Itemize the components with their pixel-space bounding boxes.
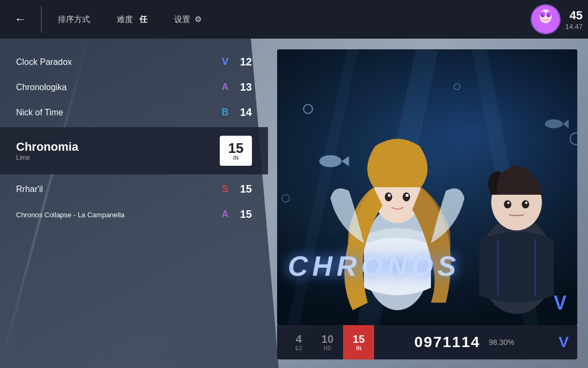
artwork-grade-badge: V [554,292,567,314]
diff-badge: V [219,56,232,68]
svg-point-14 [388,194,391,197]
song-item-chronos-collapse[interactable]: Chronos Collapse - La Campanella A 15 [0,202,268,227]
svg-point-12 [385,193,392,202]
diff-num: 15 [236,183,252,195]
song-title: Chronomia [16,140,78,153]
score-area: 0971114 98.30% [374,334,554,351]
score-percent: 98.30% [489,338,514,347]
avatar-image [532,5,560,33]
diff-tab-in-num: 15 [353,333,364,345]
diff-tab-hd-num: 10 [322,333,333,345]
song-subtitle: Lime [16,154,220,161]
diff-badge: A [219,209,232,220]
diff-num: 12 [236,56,252,68]
svg-point-5 [547,14,550,17]
diff-tab-in-label: IN [356,345,361,351]
svg-point-23 [545,120,562,129]
diff-num: 13 [236,81,252,93]
svg-point-22 [319,155,342,167]
song-title: Nick of Time [16,108,63,117]
svg-point-13 [403,193,410,202]
back-button[interactable]: ← [11,10,30,29]
song-item-nick-of-time[interactable]: Nick of Time B 14 [0,100,268,125]
diff-tab-ez-num: 4 [296,333,302,345]
right-panel: CHRONOS V 4 EZ 10 HD 15 IN 0971114 98.30… [256,39,588,368]
diff-tab-in[interactable]: 15 IN [343,325,374,359]
song-item-chronologika[interactable]: Chronologika A 13 [0,75,268,100]
diff-num: 15 [236,208,252,220]
active-diff-num: 15 [228,141,244,155]
bottom-score-bar: 4 EZ 10 HD 15 IN 0971114 98.30% V [277,325,577,359]
grade-badge: V [559,334,569,351]
diff-badge: B [219,107,232,118]
svg-point-7 [549,14,550,16]
top-nav: 排序方式 难度 任 设置 ⚙ [58,14,202,25]
active-diff-box: 15 IN [220,136,252,166]
user-area: 45 14.47 [525,0,588,39]
difficulty-nav-item[interactable]: 难度 任 [117,14,147,25]
settings-label: 设置 [174,14,190,25]
song-item-clock-paradox[interactable]: Clock Paradox V 12 [0,49,268,75]
svg-point-20 [507,202,509,204]
svg-point-6 [543,14,544,16]
diff-tab-hd[interactable]: 10 HD [312,325,343,359]
settings-icon: ⚙ [195,14,202,24]
difficulty-label: 难度 [117,14,133,25]
diff-badge: A [219,82,232,93]
diff-tab-ez-label: EZ [295,345,302,351]
song-item-chronomia[interactable]: Chronomia Lime 15 IN [0,127,268,174]
song-title: Chronologika [16,83,66,92]
score-number: 0971114 [414,334,480,351]
artwork-title: CHRONOS [288,250,567,282]
avatar [531,4,561,34]
song-title: Rrhar'il [16,185,43,194]
diff-tab-hd-label: HD [324,345,331,351]
sort-label: 排序方式 [58,14,90,25]
top-divider [41,6,42,33]
svg-point-4 [541,14,545,17]
artwork-illustration [277,49,577,325]
song-title: Clock Paradox [16,57,72,67]
svg-point-15 [406,194,409,197]
song-item-rrhail[interactable]: Rrhar'il S 15 [0,176,268,202]
diff-tab-ez[interactable]: 4 EZ [286,325,312,359]
active-diff-label: IN [233,155,239,161]
diff-badge: S [219,183,232,195]
user-rating: 14.47 [565,23,583,31]
svg-point-21 [525,202,527,204]
song-title: Chronos Collapse - La Campanella [16,211,124,219]
sort-nav-item[interactable]: 排序方式 [58,14,90,25]
song-list: Clock Paradox V 12 Chronologika A 13 Nic… [0,39,268,238]
diff-num: 14 [236,106,252,119]
user-level: 45 [570,9,583,23]
settings-nav-item[interactable]: 设置 ⚙ [174,14,202,25]
user-stats: 45 14.47 [565,9,583,31]
top-bar: ← 排序方式 难度 任 设置 ⚙ [0,0,588,39]
svg-point-19 [522,200,529,208]
svg-point-18 [504,200,511,208]
difficulty-value: 任 [139,14,147,25]
artwork-area: CHRONOS V [277,49,577,325]
